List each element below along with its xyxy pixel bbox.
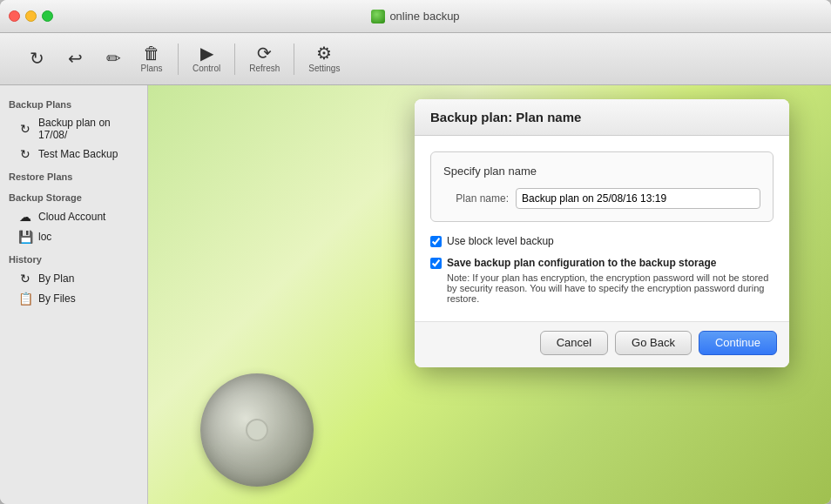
- titlebar: online backup: [0, 0, 831, 33]
- test-mac-backup-icon: ↻: [17, 147, 33, 161]
- toolbar-plans-refresh[interactable]: ↻: [17, 46, 56, 72]
- sidebar-item-loc[interactable]: 💾 loc: [3, 227, 144, 246]
- cloud-icon: ☁: [17, 210, 33, 224]
- block-level-checkbox[interactable]: [430, 236, 442, 247]
- dialog-header: Backup plan: Plan name: [415, 99, 789, 136]
- dialog-title: Backup plan: Plan name: [430, 110, 774, 124]
- app-icon: [371, 10, 385, 24]
- sidebar-item-by-files[interactable]: 📋 By Files: [3, 289, 144, 308]
- spec-box: Specify plan name Plan name:: [430, 151, 774, 222]
- gear-icon: ⚙: [316, 44, 332, 62]
- undo-icon: ↩: [68, 50, 83, 67]
- backup-plan-1-icon: ↻: [17, 122, 33, 136]
- disc-decoration: [200, 373, 314, 487]
- go-back-button[interactable]: Go Back: [615, 331, 692, 355]
- sidebar: Backup Plans ↻ Backup plan on 17/08/ ↻ T…: [0, 85, 148, 504]
- plan-name-input[interactable]: [516, 188, 760, 209]
- sidebar-item-cloud-account[interactable]: ☁ Cloud Account: [3, 207, 144, 226]
- sidebar-section-restore-plans: Restore Plans: [0, 165, 147, 185]
- block-level-checkbox-row: Use block level backup: [430, 234, 774, 249]
- save-config-note: Note: If your plan has encryption, the e…: [447, 272, 774, 304]
- refresh-main-icon: ⟳: [257, 44, 272, 62]
- toolbar: ↻ ↩ ✏ 🗑 Plans ▶ Control ⟳ Refresh: [0, 33, 831, 85]
- save-config-checkbox[interactable]: [430, 258, 442, 269]
- toolbar-separator-2: [234, 44, 235, 75]
- sidebar-section-backup-storage: Backup Storage: [0, 185, 147, 206]
- toolbar-group-plans: ↻ ↩ ✏ 🗑 Plans: [17, 41, 171, 77]
- by-plan-icon: ↻: [17, 272, 33, 286]
- refresh-icon: ↻: [30, 50, 44, 67]
- main-area: Backup Plans ↻ Backup plan on 17/08/ ↻ T…: [0, 85, 831, 504]
- toolbar-plans-edit[interactable]: ✏: [94, 46, 132, 72]
- window-title: online backup: [371, 10, 459, 24]
- maximize-button[interactable]: [42, 10, 53, 22]
- sidebar-section-backup-plans: Backup Plans: [0, 92, 147, 113]
- window-controls: [9, 10, 53, 22]
- toolbar-separator-3: [294, 44, 294, 75]
- plan-name-row: Plan name:: [443, 188, 760, 209]
- toolbar-control-button[interactable]: ▶ Control: [186, 41, 227, 77]
- toolbar-settings-button[interactable]: ⚙ Settings: [301, 41, 347, 77]
- spec-section-title: Specify plan name: [443, 165, 760, 178]
- sidebar-section-history: History: [0, 247, 147, 268]
- delete-icon: 🗑: [143, 44, 160, 62]
- save-config-label: Save backup plan configuration to the ba…: [447, 256, 774, 271]
- plan-name-label: Plan name:: [443, 192, 509, 205]
- toolbar-plans-delete[interactable]: 🗑 Plans: [132, 41, 171, 77]
- main-window: online backup ↻ ↩ ✏ 🗑 Plans: [0, 0, 831, 504]
- sidebar-item-backup-plan-1[interactable]: ↻ Backup plan on 17/08/: [3, 114, 144, 144]
- toolbar-plans-undo[interactable]: ↩: [56, 46, 94, 72]
- block-level-label: Use block level backup: [447, 234, 554, 249]
- toolbar-refresh-button[interactable]: ⟳ Refresh: [242, 41, 287, 77]
- close-button[interactable]: [9, 10, 20, 22]
- by-files-icon: 📋: [17, 292, 33, 306]
- edit-icon: ✏: [106, 50, 121, 67]
- dialog-footer: Cancel Go Back Continue: [415, 321, 789, 367]
- content-area: Backup plan: Plan name Specify plan name…: [148, 85, 831, 504]
- sidebar-item-by-plan[interactable]: ↻ By Plan: [3, 269, 144, 288]
- save-config-checkbox-row: Save backup plan configuration to the ba…: [430, 256, 774, 304]
- continue-button[interactable]: Continue: [699, 331, 777, 355]
- play-icon: ▶: [200, 44, 213, 62]
- toolbar-separator-1: [178, 44, 179, 75]
- sidebar-item-test-mac-backup[interactable]: ↻ Test Mac Backup: [3, 144, 144, 164]
- loc-icon: 💾: [17, 230, 33, 244]
- minimize-button[interactable]: [25, 10, 37, 22]
- cancel-button[interactable]: Cancel: [540, 331, 608, 355]
- dialog: Backup plan: Plan name Specify plan name…: [415, 99, 789, 367]
- dialog-body: Specify plan name Plan name: Use block l…: [415, 136, 789, 321]
